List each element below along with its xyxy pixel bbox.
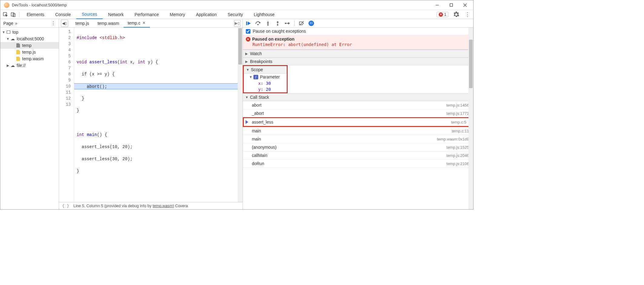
exception-title: Paused on exception xyxy=(252,37,295,41)
resume-icon[interactable] xyxy=(245,20,252,27)
more-menu-icon[interactable]: ⋮ xyxy=(462,11,473,18)
debugger-body: Pause on caught exceptions ✕Paused on ex… xyxy=(243,28,473,209)
tree-origin-file[interactable]: ▶☁file:// xyxy=(0,62,59,69)
main-toolbar: Elements Console Sources Network Perform… xyxy=(0,10,473,19)
error-count-badge[interactable]: ✕ 1 xyxy=(437,12,448,17)
cloud-icon: ☁ xyxy=(10,36,15,41)
svg-rect-7 xyxy=(246,22,247,25)
app-icon xyxy=(4,2,9,8)
stack-frame[interactable]: maintemp.wasm:0x1d9 xyxy=(243,135,473,143)
error-count: 1 xyxy=(444,12,446,17)
stack-frame[interactable]: maintemp.c:11 xyxy=(243,127,473,135)
tree-frame-top[interactable]: ▼top xyxy=(0,29,59,35)
debuginfo-link[interactable]: temp.wasm xyxy=(153,204,173,208)
pause-on-caught-row[interactable]: Pause on caught exceptions xyxy=(243,28,473,35)
cursor-position: Line 5, Column 5 (provided via debug inf… xyxy=(73,204,188,208)
device-toggle-icon[interactable] xyxy=(9,11,17,18)
window-title: DevTools - localhost:5000/temp xyxy=(12,3,430,7)
settings-gear-icon[interactable] xyxy=(453,12,459,18)
tab-lighthouse[interactable]: Lighthouse xyxy=(248,10,280,19)
editor-statusbar: { } Line 5, Column 5 (provided via debug… xyxy=(59,202,243,209)
exception-message: RuntimeError: abort(undefined) at Error xyxy=(246,42,470,47)
scope-highlight-box: ▼Scope ▼fParameter x: 30 y: 20 xyxy=(243,65,288,93)
function-badge-icon: f xyxy=(253,75,258,79)
step-over-icon[interactable] xyxy=(255,20,262,27)
tab-application[interactable]: Application xyxy=(190,10,222,19)
close-button[interactable] xyxy=(458,0,472,10)
editor-tab-tempwasm[interactable]: temp.wasm xyxy=(93,19,124,28)
stack-frame[interactable]: callMaintemp.js:2046 xyxy=(243,151,473,160)
section-callstack[interactable]: ▼Call Stack xyxy=(243,93,473,101)
stack-frame[interactable]: (anonymous)temp.js:1525 xyxy=(243,143,473,151)
section-breakpoints[interactable]: ▶Breakpoints xyxy=(243,58,473,65)
show-navigator-icon[interactable]: ◀▯ xyxy=(61,20,68,27)
pause-on-caught-checkbox[interactable] xyxy=(246,29,250,34)
navigator-pane: Page » ⋮ ▼top ▼☁localhost:5000 temp temp… xyxy=(0,19,59,209)
cloud-icon: ☁ xyxy=(10,63,15,68)
section-watch[interactable]: ▶Watch xyxy=(243,50,473,58)
tab-security[interactable]: Security xyxy=(222,10,249,19)
tree-file-tempwasm[interactable]: temp.wasm xyxy=(0,55,59,62)
nav-tab-page[interactable]: Page xyxy=(3,21,13,26)
svg-point-17 xyxy=(285,22,286,24)
svg-rect-1 xyxy=(450,4,453,6)
editor-pane: ◀▯ temp.js temp.wasm temp.c✕ ▶▯ 12345678… xyxy=(59,19,243,209)
tab-memory[interactable]: Memory xyxy=(164,10,191,19)
minimize-button[interactable] xyxy=(430,0,444,10)
editor-tabbar: ◀▯ temp.js temp.wasm temp.c✕ ▶▯ xyxy=(59,19,243,28)
svg-rect-5 xyxy=(11,13,14,16)
stack-frame[interactable]: aborttemp.js:1456 xyxy=(243,101,473,109)
tab-sources[interactable]: Sources xyxy=(76,10,103,19)
svg-marker-16 xyxy=(276,21,279,22)
devtools-window: DevTools - localhost:5000/temp Elements … xyxy=(0,0,474,210)
svg-marker-9 xyxy=(259,22,261,24)
error-icon: ✕ xyxy=(246,37,250,41)
stack-frame-current[interactable]: assert_lesstemp.c:5 xyxy=(243,117,471,127)
tab-performance[interactable]: Performance xyxy=(129,10,164,19)
nav-kebab-icon[interactable]: ⋮ xyxy=(51,20,56,26)
scope-var-x: x: 30 xyxy=(244,80,287,86)
gutter: 12345678910111213 xyxy=(59,28,74,202)
pretty-print-icon[interactable]: { } xyxy=(62,204,69,208)
step-into-icon[interactable] xyxy=(265,20,271,27)
tab-close-icon[interactable]: ✕ xyxy=(142,21,146,25)
scope-parameter[interactable]: ▼fParameter xyxy=(244,74,287,80)
tree-file-temp[interactable]: temp xyxy=(0,42,59,49)
svg-point-11 xyxy=(267,24,268,25)
step-icon[interactable] xyxy=(284,20,291,27)
tab-elements[interactable]: Elements xyxy=(21,10,50,19)
inspect-icon[interactable] xyxy=(2,11,9,18)
editor-tab-tempc[interactable]: temp.c✕ xyxy=(124,19,150,28)
stack-frame[interactable]: _aborttemp.js:1771 xyxy=(243,109,473,118)
debugger-toolbar: I I xyxy=(243,19,473,28)
code-editor[interactable]: 12345678910111213 #include <stdlib.h> vo… xyxy=(59,28,243,202)
maximize-button[interactable] xyxy=(444,0,458,10)
svg-marker-13 xyxy=(267,23,269,24)
titlebar: DevTools - localhost:5000/temp xyxy=(0,0,473,10)
deactivate-breakpoints-icon[interactable] xyxy=(298,20,305,27)
pause-on-exceptions-icon[interactable]: I I xyxy=(308,20,315,27)
tab-network[interactable]: Network xyxy=(103,10,129,19)
tree-origin[interactable]: ▼☁localhost:5000 xyxy=(0,35,59,42)
main-area: Page » ⋮ ▼top ▼☁localhost:5000 temp temp… xyxy=(0,19,473,209)
error-dot-icon: ✕ xyxy=(439,12,443,17)
section-scope[interactable]: ▼Scope xyxy=(244,66,287,74)
file-tree: ▼top ▼☁localhost:5000 temp temp.js temp.… xyxy=(0,28,59,209)
step-out-icon[interactable] xyxy=(274,20,281,27)
nav-more[interactable]: » xyxy=(15,21,18,26)
debugger-pane: I I Pause on caught exceptions ✕Paused o… xyxy=(243,19,473,209)
editor-tab-tempjs[interactable]: temp.js xyxy=(71,19,93,28)
code-body[interactable]: #include <stdlib.h> void assert_less(int… xyxy=(74,28,238,202)
debugger-scrollbar[interactable] xyxy=(468,28,473,209)
editor-scrollbar[interactable] xyxy=(238,28,243,202)
stack-frame[interactable]: doRuntemp.js:2106 xyxy=(243,160,473,168)
svg-marker-19 xyxy=(288,22,290,25)
tab-console[interactable]: Console xyxy=(50,10,76,19)
svg-point-14 xyxy=(277,24,278,25)
navigator-header: Page » ⋮ xyxy=(0,19,59,28)
tree-file-tempjs[interactable]: temp.js xyxy=(0,49,59,55)
separator xyxy=(294,21,295,26)
scope-var-y: y: 20 xyxy=(244,86,287,92)
run-snippet-icon[interactable]: ▶▯ xyxy=(234,20,241,27)
svg-point-10 xyxy=(257,24,259,25)
